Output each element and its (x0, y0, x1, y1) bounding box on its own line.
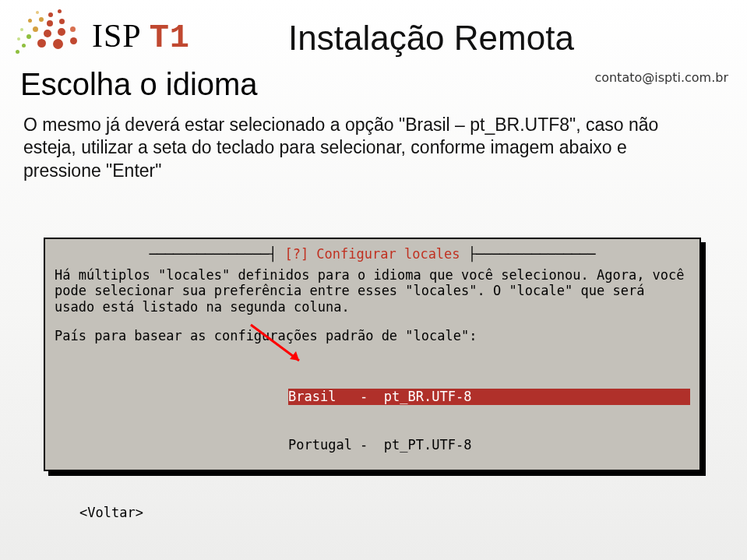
terminal-window: ───────────────┤ [?] Configurar locales … (44, 238, 706, 479)
dialog-header: ───────────────┤ [?] Configurar locales … (55, 246, 690, 262)
slide: ISP T1 Instalação Remota contato@ispti.c… (0, 0, 747, 560)
instruction-text: O mesmo já deverá estar selecionado a op… (23, 114, 709, 182)
dialog-para-1: Há múltiplos "locales" definidos para o … (55, 267, 690, 315)
contact-email: contato@ispti.com.br (594, 70, 728, 85)
locale-option-portugal[interactable]: Portugal - pt_PT.UTF-8 (288, 437, 690, 453)
dialog-title: [?] Configurar locales (284, 246, 460, 262)
back-button[interactable]: <Voltar> (79, 505, 690, 521)
locale-option-brasil[interactable]: Brasil - pt_BR.UTF-8 (288, 389, 690, 405)
dialog-body: Há múltiplos "locales" definidos para o … (55, 267, 690, 521)
dialog-para-2: País para basear as configurações padrão… (55, 328, 690, 344)
locale-list[interactable]: Brasil - pt_BR.UTF-8 Portugal - pt_PT.UT… (288, 357, 690, 486)
page-title: Instalação Remota (288, 19, 574, 58)
logo-dots (14, 11, 84, 58)
brand-t1: T1 (150, 19, 190, 57)
brand-logo-text: ISP T1 (92, 17, 190, 57)
brand-isp: ISP (92, 18, 150, 54)
section-heading: Escolha o idioma (20, 67, 258, 102)
terminal[interactable]: ───────────────┤ [?] Configurar locales … (44, 238, 701, 471)
